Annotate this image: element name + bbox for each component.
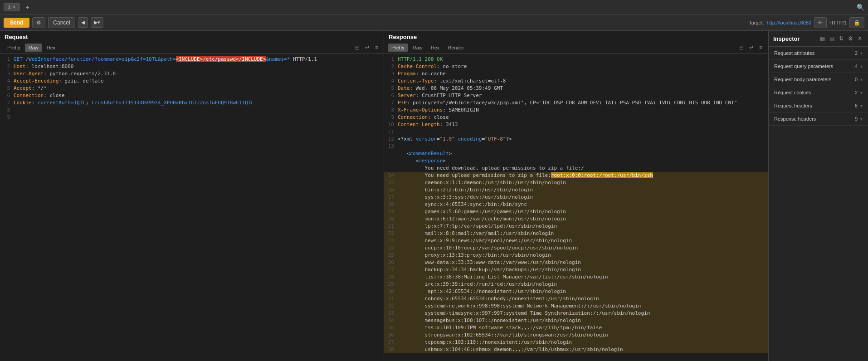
inspector-panel: Inspector ▦ ▤ ⇅ ⚙ ✕ Request attributes 2… — [768, 31, 868, 361]
resp-line-33: 33 systemd-timesync:x:997:997:systemd Ti… — [384, 310, 768, 317]
tab-response-pretty[interactable]: Pretty — [388, 44, 408, 52]
chevron-down-icon-4: ▾ — [860, 103, 863, 108]
request-tabs: Pretty Raw Hex ⊟ ↵ ≡ — [0, 41, 384, 54]
tab-request-hex[interactable]: Hex — [43, 44, 59, 52]
add-tab-button[interactable]: + — [23, 3, 32, 12]
send-button[interactable]: Send — [4, 18, 29, 28]
resp-line-18: 18 sync:x:4:65534:sync:/bin:/bin/sync — [384, 201, 768, 208]
inspector-view-toggle-2[interactable]: ▤ — [828, 34, 836, 43]
request-panel: Request Pretty Raw Hex ⊟ ↵ ≡ 1 GET /WebI… — [0, 31, 384, 361]
insp-item-response-headers[interactable]: Response headers 9 ▾ — [769, 112, 868, 126]
insp-label-query-params: Request query parameters — [774, 63, 833, 69]
request-tab-actions: ⊟ ↵ ≡ — [353, 44, 380, 52]
resp-line-6: 6 Server: CrushFTP HTTP Server — [384, 92, 768, 99]
settings-button[interactable]: ⚙ — [32, 17, 45, 28]
resp-line-38: 38 usbmux:x:104:46:usbmux daemon,,,:/var… — [384, 346, 768, 353]
response-panel-title: Response — [384, 31, 768, 41]
insp-item-right-3: 2 ▾ — [855, 90, 863, 95]
resp-line-19: 19 games:x:5:60:games:/usr/games:/usr/sb… — [384, 208, 768, 215]
resp-line-34: 34 messagebus:x:100:107::/nonexistent:/u… — [384, 317, 768, 324]
resp-line-28: 28 list:x:38:38:Mailing List Manager:/va… — [384, 273, 768, 281]
tab-label: 1 — [8, 5, 10, 10]
resp-line-13c: <response> — [384, 157, 768, 165]
resp-line-2: 2 Cache-Control: no-store — [384, 63, 768, 70]
nav-prev-button[interactable]: ◀ — [78, 17, 88, 28]
resp-line-16: 16 bin:x:2:2:bin:/bin:/usr/sbin/nologin — [384, 186, 768, 194]
resp-line-3: 3 Pragma: no-cache — [384, 70, 768, 78]
response-panel: Response Pretty Raw Hex Render ⊟ ↵ ≡ 1 H… — [384, 31, 768, 361]
inspector-list: Request attributes 2 ▾ Request query par… — [769, 47, 868, 361]
resp-line-30: 30 _apt:x:42:65534::/nonexistent:/usr/sb… — [384, 288, 768, 295]
resp-line-8: 8 X-Frame-Options: SAMEORIGIN — [384, 107, 768, 114]
resp-line-1: 1 HTTP/1.1 200 OK — [384, 56, 768, 63]
resp-line-26: 26 www-data:x:33:33:www-data:/var/www:/u… — [384, 259, 768, 266]
request-panel-title: Request — [0, 31, 384, 41]
insp-count-4: 6 — [855, 103, 858, 108]
insp-count-2: 0 — [855, 77, 858, 82]
tab-response-raw[interactable]: Raw — [409, 44, 426, 52]
chevron-down-icon-2: ▾ — [860, 77, 863, 82]
insp-item-request-attributes[interactable]: Request attributes 2 ▾ — [769, 47, 868, 60]
tab-1[interactable]: 1 ✕ — [4, 3, 20, 11]
edit-target-button[interactable]: ✏ — [814, 17, 827, 28]
resp-line-14: 14 You need upload permissions to zip a … — [384, 172, 768, 179]
http-version: HTTP/1 — [829, 20, 847, 25]
resp-line-36: 36 strongswan:x:102:65534::/var/lib/stro… — [384, 332, 768, 339]
search-button[interactable]: 🔍 — [857, 4, 864, 11]
req-line-7: 7 Cookie: currentAuth=1QTL; CrushAuth=17… — [0, 99, 384, 107]
request-code-area[interactable]: 1 GET /WebInterface/function/?command=zi… — [0, 54, 384, 361]
resp-line-23: 23 news:x:9:9:news:/var/spool/news:/usr/… — [384, 237, 768, 244]
tab-request-raw[interactable]: Raw — [25, 44, 42, 52]
insp-count-0: 2 — [855, 50, 858, 56]
topbar-right: 🔍 — [857, 4, 864, 11]
response-code-area[interactable]: 1 HTTP/1.1 200 OK 2 Cache-Control: no-st… — [384, 54, 768, 361]
tab-close-icon[interactable]: ✕ — [12, 5, 16, 10]
target-url: http://localhost:8080 — [767, 20, 811, 25]
insp-item-cookies[interactable]: Request cookies 2 ▾ — [769, 86, 868, 99]
response-ln-button[interactable]: ↵ — [747, 44, 756, 52]
inspector-settings-button[interactable]: ⚙ — [847, 34, 854, 43]
insp-item-body-params[interactable]: Request body parameters 0 ▾ — [769, 73, 868, 86]
req-line-5: 5 Accept: */* — [0, 85, 384, 92]
inspector-title: Inspector — [773, 35, 819, 42]
tab-response-render[interactable]: Render — [444, 44, 468, 52]
req-line-2: 2 Host: localhost:8080 — [0, 63, 384, 70]
tab-request-pretty[interactable]: Pretty — [4, 44, 24, 52]
insp-item-query-params[interactable]: Request query parameters 4 ▾ — [769, 60, 868, 73]
insp-item-right-2: 0 ▾ — [855, 77, 863, 82]
insp-item-request-headers[interactable]: Request headers 6 ▾ — [769, 99, 868, 112]
inspector-close-button[interactable]: ✕ — [856, 34, 863, 43]
request-format-button[interactable]: ⊟ — [353, 44, 361, 52]
response-tab-actions: ⊟ ↵ ≡ — [737, 44, 764, 52]
http-lock-button[interactable]: 🔒 — [849, 17, 864, 28]
req-line-6: 6 Connection: close — [0, 92, 384, 99]
resp-line-13: 13 — [384, 143, 768, 150]
insp-label-body-params: Request body parameters — [774, 77, 832, 82]
inspector-header: Inspector ▦ ▤ ⇅ ⚙ ✕ — [769, 31, 868, 47]
nav-next-dropdown-button[interactable]: ▶▾ — [91, 17, 103, 28]
response-more-button[interactable]: ≡ — [757, 44, 764, 52]
inspector-view-toggle-1[interactable]: ▦ — [819, 34, 826, 43]
resp-line-4: 4 Content-Type: text/xml;charset=utf-8 — [384, 78, 768, 85]
cancel-button[interactable]: Cancel — [48, 17, 75, 28]
chevron-down-icon-1: ▾ — [860, 64, 863, 69]
insp-label-request-headers: Request headers — [774, 103, 812, 108]
resp-line-21: 21 lp:x:7:7:lp:/var/spool/lpd:/usr/sbin/… — [384, 223, 768, 230]
insp-count-1: 4 — [855, 63, 858, 69]
main-area: Request Pretty Raw Hex ⊟ ↵ ≡ 1 GET /WebI… — [0, 31, 868, 361]
inspector-expand-button[interactable]: ⇅ — [838, 34, 845, 43]
resp-line-10: 10 Content-Length: 3413 — [384, 121, 768, 128]
resp-line-11: 11 — [384, 128, 768, 136]
resp-line-15: 15 daemon:x:1:1:daemon:/usr/sbin:/usr/sb… — [384, 179, 768, 186]
request-more-button[interactable]: ≡ — [373, 44, 380, 52]
resp-line-9: 9 Connection: close — [384, 114, 768, 121]
chevron-down-icon-5: ▾ — [860, 117, 863, 122]
request-ln-button[interactable]: ↵ — [363, 44, 371, 52]
insp-label-cookies: Request cookies — [774, 90, 811, 95]
resp-line-22: 22 mail:x:8:8:mail:/var/mail:/usr/sbin/n… — [384, 230, 768, 237]
response-format-button[interactable]: ⊟ — [737, 44, 746, 52]
req-resp-panels: Request Pretty Raw Hex ⊟ ↵ ≡ 1 GET /WebI… — [0, 31, 768, 361]
tab-response-hex[interactable]: Hex — [427, 44, 444, 52]
resp-line-35: 35 tss:x:101:109:TPM software stack,,,:/… — [384, 324, 768, 332]
req-line-3: 3 User-Agent: python-requests/2.31.0 — [0, 70, 384, 78]
